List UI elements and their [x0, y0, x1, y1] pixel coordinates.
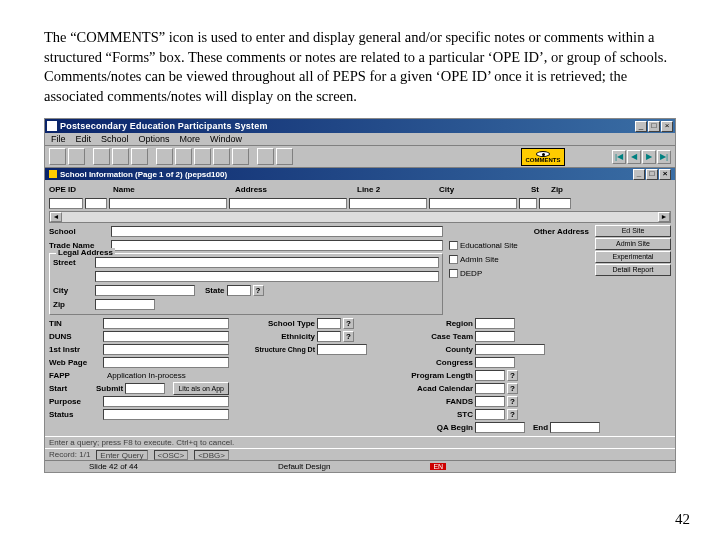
help-icon[interactable]: ? — [343, 331, 354, 342]
submit-field[interactable] — [125, 383, 165, 394]
prog-length-field[interactable] — [475, 370, 505, 381]
zip-field[interactable] — [539, 198, 571, 209]
menu-options[interactable]: Options — [139, 134, 170, 144]
menu-school[interactable]: School — [101, 134, 129, 144]
help-icon[interactable]: ? — [253, 285, 264, 296]
horizontal-scrollbar[interactable]: ◄ ► — [49, 211, 671, 223]
lbl-tin: TIN — [49, 319, 101, 328]
toolbar-btn[interactable] — [194, 148, 211, 165]
lbl-school-type: School Type — [235, 319, 315, 328]
name-field[interactable] — [109, 198, 227, 209]
instr-field[interactable] — [103, 344, 229, 355]
lbl-street: Street — [53, 258, 93, 267]
sub-minimize[interactable]: _ — [633, 169, 645, 180]
nav-first-icon[interactable]: |◀ — [612, 150, 626, 164]
toolbar-btn[interactable] — [68, 148, 85, 165]
lbl-ethnicity: Ethnicity — [235, 332, 315, 341]
legal-zip-field[interactable] — [95, 299, 155, 310]
toolbar-btn[interactable] — [232, 148, 249, 165]
help-icon[interactable]: ? — [507, 396, 518, 407]
address-field[interactable] — [229, 198, 347, 209]
comments-button[interactable]: COMMENTS — [521, 148, 565, 166]
toolbar-btn[interactable] — [49, 148, 66, 165]
maximize-button[interactable]: □ — [648, 121, 660, 132]
lbl-web-page: Web Page — [49, 358, 101, 367]
btn-detail-report[interactable]: Detail Report — [595, 264, 671, 276]
lbl-1st-instr: 1st Instr — [49, 345, 101, 354]
toolbar-btn[interactable] — [257, 148, 274, 165]
lbl-name: Name — [113, 185, 233, 194]
qa-end-field[interactable] — [550, 422, 600, 433]
chk-dedp[interactable] — [449, 269, 458, 278]
duns-field[interactable] — [103, 331, 229, 342]
line2-field[interactable] — [349, 198, 427, 209]
struct-chng-field[interactable] — [317, 344, 367, 355]
lbl-case-team: Case Team — [391, 332, 473, 341]
litc-button[interactable]: Litc als on App — [173, 382, 229, 395]
trade-name-field[interactable] — [111, 240, 443, 251]
sub-close[interactable]: × — [659, 169, 671, 180]
chk-ed-site[interactable] — [449, 241, 458, 250]
fands-field[interactable] — [475, 396, 505, 407]
st-field[interactable] — [519, 198, 537, 209]
street-field[interactable] — [95, 257, 439, 268]
region-field[interactable] — [475, 318, 515, 329]
toolbar-btn[interactable] — [131, 148, 148, 165]
lbl-other-address: Other Address — [534, 227, 589, 236]
toolbar-btn[interactable] — [156, 148, 173, 165]
legal-state-field[interactable] — [227, 285, 251, 296]
lbl-ope-id: OPE ID — [49, 185, 87, 194]
toolbar-btn[interactable] — [276, 148, 293, 165]
tin-field[interactable] — [103, 318, 229, 329]
webpage-field[interactable] — [103, 357, 229, 368]
lbl-city: City — [439, 185, 529, 194]
btn-admin-site[interactable]: Admin Site — [595, 238, 671, 250]
lbl-school: School — [49, 227, 109, 236]
help-icon[interactable]: ? — [507, 409, 518, 420]
menu-bar: File Edit School Options More Window — [45, 133, 675, 146]
county-field[interactable] — [475, 344, 545, 355]
nav-next-icon[interactable]: ▶ — [642, 150, 656, 164]
ethnicity-field[interactable] — [317, 331, 341, 342]
scroll-left-icon[interactable]: ◄ — [50, 212, 62, 222]
scroll-right-icon[interactable]: ► — [658, 212, 670, 222]
ope-id-field-2[interactable] — [85, 198, 107, 209]
help-icon[interactable]: ? — [507, 383, 518, 394]
toolbar-btn[interactable] — [112, 148, 129, 165]
school-type-field[interactable] — [317, 318, 341, 329]
title-bar: Postsecondary Education Participants Sys… — [45, 119, 675, 133]
toolbar-btn[interactable] — [175, 148, 192, 165]
street2-field[interactable] — [95, 271, 439, 282]
school-field[interactable] — [111, 226, 443, 237]
menu-more[interactable]: More — [180, 134, 201, 144]
purpose-field[interactable] — [103, 396, 229, 407]
sub-maximize[interactable]: □ — [646, 169, 658, 180]
instruction-paragraph: The “COMMENTS” icon is used to enter and… — [0, 0, 720, 114]
city-field[interactable] — [429, 198, 517, 209]
menu-edit[interactable]: Edit — [76, 134, 92, 144]
ope-id-field[interactable] — [49, 198, 83, 209]
minimize-button[interactable]: _ — [635, 121, 647, 132]
toolbar-btn[interactable] — [213, 148, 230, 165]
stc-field[interactable] — [475, 409, 505, 420]
status-dbg: <DBG> — [194, 450, 229, 460]
nav-last-icon[interactable]: ▶| — [657, 150, 671, 164]
btn-ed-site[interactable]: Ed Site — [595, 225, 671, 237]
menu-window[interactable]: Window — [210, 134, 242, 144]
congress-field[interactable] — [475, 357, 515, 368]
close-button[interactable]: × — [661, 121, 673, 132]
chk-admin-site[interactable] — [449, 255, 458, 264]
btn-experimental[interactable]: Experimental — [595, 251, 671, 263]
toolbar-btn[interactable] — [93, 148, 110, 165]
sub-window-title: School Information (Page 1 of 2) (pepsd1… — [45, 168, 675, 180]
nav-prev-icon[interactable]: ◀ — [627, 150, 641, 164]
case-team-field[interactable] — [475, 331, 515, 342]
help-icon[interactable]: ? — [507, 370, 518, 381]
help-icon[interactable]: ? — [343, 318, 354, 329]
menu-file[interactable]: File — [51, 134, 66, 144]
legal-city-field[interactable] — [95, 285, 195, 296]
app-window: Postsecondary Education Participants Sys… — [44, 118, 676, 473]
qa-begin-field[interactable] — [475, 422, 525, 433]
status-field[interactable] — [103, 409, 229, 420]
acad-cal-field[interactable] — [475, 383, 505, 394]
